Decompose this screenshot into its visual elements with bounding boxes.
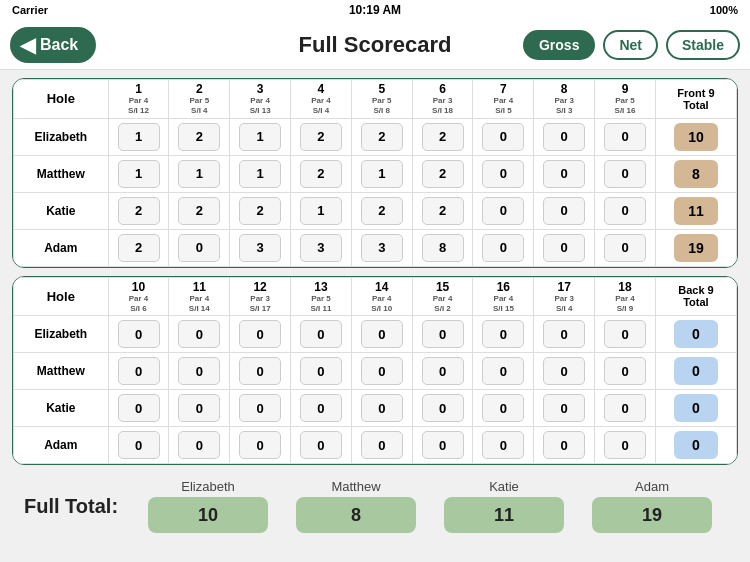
front9-score-katie-hole6[interactable]: 2: [412, 192, 473, 229]
back9-score-matthew-hole18[interactable]: 0: [595, 353, 656, 390]
back9-score-katie-hole12[interactable]: 0: [230, 390, 291, 427]
back9-score-matthew-hole10[interactable]: 0: [108, 353, 169, 390]
back9-score-matthew-hole11[interactable]: 0: [169, 353, 230, 390]
back9-score-katie-hole14[interactable]: 0: [351, 390, 412, 427]
back9-score-katie-hole10[interactable]: 0: [108, 390, 169, 427]
front9-score-adam-hole4[interactable]: 3: [291, 229, 352, 266]
front9-score-matthew-hole9[interactable]: 0: [595, 155, 656, 192]
back9-score-elizabeth-hole17[interactable]: 0: [534, 316, 595, 353]
back9-hole13: 13Par 5S/I 11: [291, 277, 352, 316]
front9-score-katie-hole4[interactable]: 1: [291, 192, 352, 229]
front9-player-name-elizabeth: Elizabeth: [14, 118, 109, 155]
front9-hole6: 6Par 3S/I 18: [412, 80, 473, 119]
front9-score-adam-hole1[interactable]: 2: [108, 229, 169, 266]
back9-hole18: 18Par 4S/I 9: [595, 277, 656, 316]
back9-score-adam-hole10[interactable]: 0: [108, 427, 169, 464]
back9-player-row: Adam0000000000: [14, 427, 737, 464]
gross-button[interactable]: Gross: [523, 30, 595, 60]
back9-score-matthew-hole13[interactable]: 0: [291, 353, 352, 390]
back9-score-elizabeth-hole10[interactable]: 0: [108, 316, 169, 353]
front9-score-adam-hole9[interactable]: 0: [595, 229, 656, 266]
front9-score-matthew-hole4[interactable]: 2: [291, 155, 352, 192]
front9-score-katie-hole3[interactable]: 2: [230, 192, 291, 229]
front9-score-elizabeth-hole7[interactable]: 0: [473, 118, 534, 155]
back9-score-matthew-hole16[interactable]: 0: [473, 353, 534, 390]
back9-score-elizabeth-hole18[interactable]: 0: [595, 316, 656, 353]
front9-score-elizabeth-hole4[interactable]: 2: [291, 118, 352, 155]
front9-score-elizabeth-hole3[interactable]: 1: [230, 118, 291, 155]
front9-score-adam-hole3[interactable]: 3: [230, 229, 291, 266]
front9-score-matthew-hole1[interactable]: 1: [108, 155, 169, 192]
front9-score-adam-hole7[interactable]: 0: [473, 229, 534, 266]
front9-score-katie-hole1[interactable]: 2: [108, 192, 169, 229]
front9-score-elizabeth-hole1[interactable]: 1: [108, 118, 169, 155]
front9-score-adam-hole6[interactable]: 8: [412, 229, 473, 266]
front9-hole5: 5Par 5S/I 8: [351, 80, 412, 119]
back9-score-adam-hole17[interactable]: 0: [534, 427, 595, 464]
front9-score-matthew-hole3[interactable]: 1: [230, 155, 291, 192]
front9-score-katie-hole2[interactable]: 2: [169, 192, 230, 229]
front9-score-adam-hole2[interactable]: 0: [169, 229, 230, 266]
front9-score-elizabeth-hole8[interactable]: 0: [534, 118, 595, 155]
back-button[interactable]: ◀ Back: [10, 27, 96, 63]
front9-score-katie-hole8[interactable]: 0: [534, 192, 595, 229]
back9-score-katie-hole13[interactable]: 0: [291, 390, 352, 427]
back9-score-katie-hole16[interactable]: 0: [473, 390, 534, 427]
back9-score-adam-hole14[interactable]: 0: [351, 427, 412, 464]
front9-player-name-katie: Katie: [14, 192, 109, 229]
stable-button[interactable]: Stable: [666, 30, 740, 60]
back9-score-adam-hole18[interactable]: 0: [595, 427, 656, 464]
front9-player-row: Katie22212200011: [14, 192, 737, 229]
back9-score-matthew-hole12[interactable]: 0: [230, 353, 291, 390]
front9-score-matthew-hole2[interactable]: 1: [169, 155, 230, 192]
back9-score-katie-hole11[interactable]: 0: [169, 390, 230, 427]
page-title: Full Scorecard: [299, 32, 452, 58]
back9-score-elizabeth-hole11[interactable]: 0: [169, 316, 230, 353]
front9-total-adam: 19: [655, 229, 736, 266]
back9-hole11: 11Par 4S/I 14: [169, 277, 230, 316]
front9-score-adam-hole5[interactable]: 3: [351, 229, 412, 266]
back9-score-elizabeth-hole12[interactable]: 0: [230, 316, 291, 353]
back9-score-katie-hole17[interactable]: 0: [534, 390, 595, 427]
back9-score-elizabeth-hole15[interactable]: 0: [412, 316, 473, 353]
front9-score-elizabeth-hole5[interactable]: 2: [351, 118, 412, 155]
back9-score-adam-hole13[interactable]: 0: [291, 427, 352, 464]
back9-score-matthew-hole15[interactable]: 0: [412, 353, 473, 390]
total-katie-col: Katie 11: [430, 479, 578, 533]
front9-player-name-matthew: Matthew: [14, 155, 109, 192]
carrier-label: Carrier: [12, 4, 48, 16]
back9-score-adam-hole16[interactable]: 0: [473, 427, 534, 464]
front9-score-elizabeth-hole2[interactable]: 2: [169, 118, 230, 155]
front9-score-adam-hole8[interactable]: 0: [534, 229, 595, 266]
front9-score-elizabeth-hole9[interactable]: 0: [595, 118, 656, 155]
score-type-buttons: Gross Net Stable: [523, 30, 740, 60]
front9-score-matthew-hole6[interactable]: 2: [412, 155, 473, 192]
back9-score-katie-hole15[interactable]: 0: [412, 390, 473, 427]
back9-score-adam-hole12[interactable]: 0: [230, 427, 291, 464]
total-elizabeth-name: Elizabeth: [181, 479, 234, 494]
total-matthew-col: Matthew 8: [282, 479, 430, 533]
front9-score-matthew-hole5[interactable]: 1: [351, 155, 412, 192]
net-button[interactable]: Net: [603, 30, 658, 60]
full-total-label: Full Total:: [24, 495, 134, 518]
front9-score-elizabeth-hole6[interactable]: 2: [412, 118, 473, 155]
back9-score-adam-hole15[interactable]: 0: [412, 427, 473, 464]
front9-hole4: 4Par 4S/I 4: [291, 80, 352, 119]
front9-score-katie-hole7[interactable]: 0: [473, 192, 534, 229]
total-katie-score: 11: [444, 497, 564, 533]
front9-score-matthew-hole7[interactable]: 0: [473, 155, 534, 192]
back9-score-matthew-hole17[interactable]: 0: [534, 353, 595, 390]
back9-score-elizabeth-hole14[interactable]: 0: [351, 316, 412, 353]
back9-score-adam-hole11[interactable]: 0: [169, 427, 230, 464]
front9-score-katie-hole9[interactable]: 0: [595, 192, 656, 229]
back9-score-elizabeth-hole13[interactable]: 0: [291, 316, 352, 353]
back9-total-matthew: 0: [655, 353, 736, 390]
total-matthew-score: 8: [296, 497, 416, 533]
back9-score-katie-hole18[interactable]: 0: [595, 390, 656, 427]
front9-score-matthew-hole8[interactable]: 0: [534, 155, 595, 192]
back9-score-matthew-hole14[interactable]: 0: [351, 353, 412, 390]
back9-score-elizabeth-hole16[interactable]: 0: [473, 316, 534, 353]
total-adam-col: Adam 19: [578, 479, 726, 533]
front9-score-katie-hole5[interactable]: 2: [351, 192, 412, 229]
front9-hole8: 8Par 3S/I 3: [534, 80, 595, 119]
